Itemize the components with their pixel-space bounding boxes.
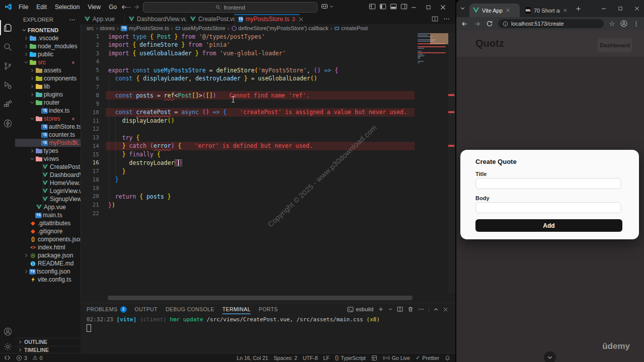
- activity-lightning[interactable]: [0, 116, 15, 131]
- activity-source-control[interactable]: [0, 58, 15, 73]
- tree-item-lib[interactable]: lib: [15, 82, 80, 90]
- tree-item-DashboardView[interactable]: DashboardView...: [15, 171, 80, 179]
- code-line-9[interactable]: 9: [80, 100, 455, 108]
- code-line-2[interactable]: 2import { defineStore } from 'pinia': [80, 41, 455, 49]
- profile-icon[interactable]: [620, 20, 628, 28]
- status-prettier[interactable]: ✓Prettier: [416, 355, 439, 361]
- activity-run-debug[interactable]: [0, 77, 15, 93]
- panel-tab-debug-console[interactable]: DEBUG CONSOLE: [166, 304, 214, 314]
- maximize-icon[interactable]: [618, 6, 623, 11]
- activity-account[interactable]: [0, 324, 15, 339]
- status-ln-16-col-21[interactable]: Ln 16, Col 21: [237, 355, 268, 361]
- breadcrumb-item[interactable]: TSmyPostsStore.ts: [121, 25, 169, 31]
- close-tab-icon[interactable]: [506, 8, 510, 13]
- editor-tab-CreatePostvue[interactable]: CreatePost.vue: [186, 14, 234, 24]
- tree-item-indexts[interactable]: TSindex.ts: [15, 107, 80, 115]
- tree-item-indexhtml[interactable]: <>index.html: [15, 243, 80, 251]
- browser-tab-2[interactable]: Mk70 Short and Si: [522, 4, 571, 17]
- status-typescript[interactable]: {}TypeScript: [335, 355, 366, 361]
- breadcrumb-item[interactable]: src: [87, 25, 94, 31]
- outline-section[interactable]: OUTLINE: [15, 338, 80, 345]
- browser-menu-icon[interactable]: [633, 21, 639, 27]
- scroll-down-fab[interactable]: [544, 351, 556, 362]
- tree-item-HomeViewvue[interactable]: HomeView.vue: [15, 179, 80, 187]
- status-3[interactable]: 3: [16, 355, 27, 361]
- tree-item-views[interactable]: views: [15, 155, 80, 163]
- command-center-search[interactable]: frontend: [143, 2, 317, 13]
- new-terminal-icon[interactable]: [378, 306, 384, 312]
- tree-item-assets[interactable]: assets: [15, 66, 80, 74]
- code-line-5[interactable]: 5export const useMyPostsStore = defineSt…: [80, 66, 455, 74]
- editor-tab-DashboardViewvue[interactable]: DashboardView.vue: [125, 14, 186, 24]
- code-line-20[interactable]: 20 return { posts }: [80, 192, 455, 201]
- status-browser-grid[interactable]: [371, 355, 377, 361]
- editor-tab-Appvue[interactable]: App.vue: [80, 14, 125, 24]
- code-line-6[interactable]: 6 const { displayLoader, destroyLoader }…: [80, 74, 455, 83]
- code-line-3[interactable]: 3import { useGlobalLoader } from 'vue-gl…: [80, 49, 455, 58]
- menu-edit[interactable]: Edit: [33, 3, 50, 12]
- forward-icon[interactable]: [133, 4, 140, 11]
- status-0[interactable]: ⚠0: [33, 355, 43, 361]
- site-info-icon[interactable]: [503, 21, 508, 27]
- breadcrumb-item[interactable]: stores: [100, 25, 115, 31]
- split-editor-icon[interactable]: [432, 16, 438, 22]
- tree-item-READMEmd[interactable]: README.md: [15, 259, 80, 267]
- browser-tab-1[interactable]: Vite App: [469, 4, 520, 17]
- activity-explorer[interactable]: [0, 20, 15, 35]
- tab-search-icon[interactable]: [460, 6, 465, 11]
- panel-tab-output[interactable]: OUTPUT: [135, 304, 158, 314]
- tree-item-CreatePostvue[interactable]: CreatePost.vue: [15, 163, 80, 171]
- tree-item-gitattributes[interactable]: .gitattributes: [15, 219, 80, 227]
- menu-file[interactable]: File: [15, 3, 32, 12]
- tree-item-plugins[interactable]: plugins: [15, 90, 80, 99]
- breadcrumb-item[interactable]: createPost: [334, 25, 368, 31]
- tree-item-gitignore[interactable]: .gitignore: [15, 227, 80, 235]
- breadcrumb-item[interactable]: useMyPostsStore: [175, 25, 225, 31]
- new-tab-icon[interactable]: [575, 6, 582, 12]
- code-line-17[interactable]: 17 }: [80, 167, 455, 175]
- reload-icon[interactable]: [486, 20, 493, 27]
- activity-search[interactable]: [0, 39, 15, 54]
- code-line-15[interactable]: 15 } finally {: [80, 150, 455, 159]
- code-line-14[interactable]: 14 } catch (error) {'error' is defined b…: [80, 142, 455, 150]
- chevron-up-icon[interactable]: [434, 307, 438, 312]
- status-lf[interactable]: LF: [324, 355, 330, 361]
- add-button[interactable]: Add: [475, 219, 622, 232]
- copilot-button[interactable]: [320, 3, 334, 10]
- trash-icon[interactable]: [408, 306, 414, 312]
- back-icon[interactable]: [461, 20, 468, 28]
- tree-item-src[interactable]: src: [15, 58, 80, 66]
- breadcrumb-item[interactable]: defineStore('myPostsStore') callback: [231, 25, 329, 31]
- more-actions-icon[interactable]: [69, 17, 75, 23]
- customize-layout-icon[interactable]: [369, 3, 376, 10]
- address-bar[interactable]: localhost:5173/create: [498, 19, 604, 28]
- activity-settings-gear[interactable]: [0, 339, 15, 354]
- close-icon[interactable]: [634, 6, 640, 12]
- code-line-18[interactable]: 18 }: [80, 175, 455, 184]
- minimize-icon[interactable]: [411, 4, 417, 11]
- tree-item-Appvue[interactable]: App.vue: [15, 203, 80, 211]
- code-line-12[interactable]: 12: [80, 125, 455, 133]
- terminal-instance[interactable]: esbuild: [347, 306, 373, 313]
- close-tab-icon[interactable]: [563, 8, 568, 13]
- tree-item-counterts[interactable]: TScounter.ts: [15, 131, 80, 139]
- close-tab-icon[interactable]: [298, 17, 304, 22]
- tree-item-router[interactable]: router: [15, 99, 80, 107]
- menu-go[interactable]: Go: [105, 3, 120, 12]
- tree-item-authStorets[interactable]: TSauthStore.ts: [15, 123, 80, 131]
- code-line-13[interactable]: 13 try {: [80, 133, 455, 142]
- code-editor[interactable]: 1import type { Post } from '@/types/post…: [80, 32, 455, 303]
- tree-item-vscode[interactable]: .vscode: [15, 34, 80, 42]
- code-line-16[interactable]: 16 destroyLoader(): [80, 158, 455, 167]
- tree-item-componentsjson[interactable]: ()components.json: [15, 235, 80, 243]
- code-line-4[interactable]: 4: [80, 57, 455, 66]
- chevron-down-icon[interactable]: [388, 307, 392, 311]
- tree-item-components[interactable]: components: [15, 74, 80, 82]
- tree-item-types[interactable]: types: [15, 147, 80, 155]
- dashboard-button[interactable]: Dashboard: [598, 38, 632, 52]
- status-utf-8[interactable]: UTF-8: [303, 355, 318, 361]
- back-icon[interactable]: [121, 4, 128, 11]
- close-icon[interactable]: [443, 307, 448, 312]
- tree-item-packagejson[interactable]: package.json: [15, 251, 80, 259]
- body-field[interactable]: [475, 202, 621, 213]
